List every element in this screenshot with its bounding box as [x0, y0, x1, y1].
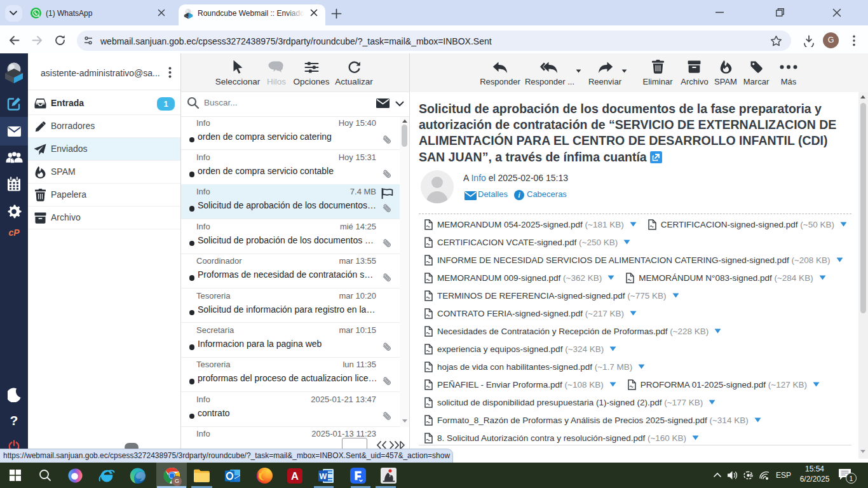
- svg-text:W: W: [320, 472, 327, 481]
- svg-text:A: A: [291, 470, 299, 482]
